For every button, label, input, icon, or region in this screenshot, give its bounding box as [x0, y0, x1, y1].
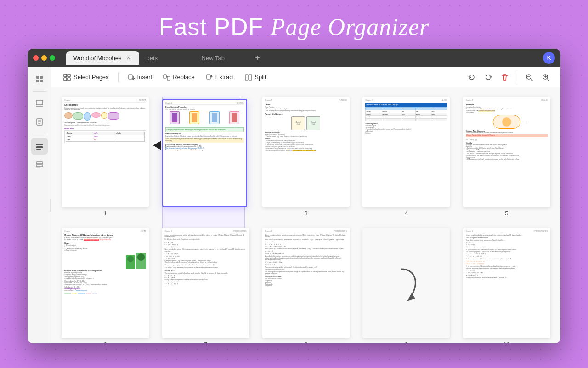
toolbar: Select Pages Insert — [51, 67, 560, 87]
tab-microbes[interactable]: World of Microbes ✕ — [66, 51, 139, 65]
page-thumbnail-3[interactable]: Chapter 3FUNGI006 Yeast Yeast Function: … — [262, 97, 350, 207]
svg-rect-31 — [245, 75, 248, 80]
extract-label: Extract — [215, 74, 234, 80]
note-sidebar-icon[interactable] — [31, 114, 48, 130]
extract-button[interactable]: Extract — [201, 71, 238, 83]
thumbnail-sidebar-icon[interactable] — [31, 95, 48, 112]
page-stack-2[interactable]: Chapter 2SECTION Gram Staining Procedure… — [162, 97, 249, 207]
svg-rect-25 — [167, 76, 170, 80]
app-title-cursive: Page Organizer — [271, 14, 430, 40]
maximize-button[interactable] — [50, 55, 55, 61]
zoom-in-button[interactable] — [538, 70, 553, 85]
page-thumbnail-7[interactable]: Chapter 8PREREQUISITES A more complex se… — [162, 228, 249, 338]
curved-arrow-icon — [388, 260, 424, 306]
page-thumbnail-1[interactable]: Chapter 1SECTION Endospores Endospores a… — [62, 97, 149, 207]
layers-sidebar-icon[interactable] — [31, 138, 48, 155]
delete-button[interactable] — [498, 70, 512, 85]
svg-rect-24 — [164, 75, 166, 78]
page-thumbnail-6[interactable]: Chapter 7CHAP Prion's Disease Of Human I… — [62, 228, 149, 338]
svg-marker-40 — [407, 293, 415, 301]
zoom-out-button[interactable] — [522, 70, 537, 85]
tab-pets[interactable]: pets — [139, 51, 194, 65]
svg-rect-13 — [36, 162, 43, 164]
page-item-2[interactable]: Chapter 2SECTION Gram Staining Procedure… — [159, 97, 252, 217]
svg-rect-10 — [36, 144, 43, 145]
svg-line-35 — [531, 79, 532, 80]
replace-button[interactable]: Replace — [158, 71, 199, 83]
page-item-7[interactable]: Chapter 8PREREQUISITES A more complex se… — [159, 228, 252, 343]
tab-newtab[interactable]: New Tab — [194, 51, 249, 65]
svg-rect-12 — [36, 149, 41, 150]
pages-sidebar-icon[interactable] — [31, 71, 48, 87]
svg-rect-16 — [64, 74, 67, 77]
svg-rect-14 — [36, 165, 43, 167]
select-pages-label: Select Pages — [74, 74, 109, 80]
svg-rect-32 — [249, 75, 252, 80]
split-icon — [245, 74, 252, 81]
svg-rect-1 — [40, 76, 43, 79]
page-thumbnail-5[interactable]: Chapter 4VIRAL86 Viruses Introduction (i… — [463, 97, 550, 207]
rotate-left-button[interactable] — [464, 70, 479, 85]
tab-pets-label: pets — [147, 55, 158, 62]
svg-rect-17 — [68, 74, 70, 77]
insert-icon — [128, 74, 135, 81]
user-avatar[interactable]: K — [543, 52, 555, 64]
page-thumbnail-8[interactable]: Chapter 9PREREQUISITES A more complex mu… — [262, 228, 350, 338]
page-number-1: 1 — [104, 210, 107, 217]
tab-microbes-label: World of Microbes — [74, 55, 122, 62]
toolbar-divider-right — [517, 73, 517, 82]
content-area: Select Pages Insert — [51, 67, 560, 343]
new-tab-button[interactable]: + — [251, 52, 264, 64]
replace-label: Replace — [173, 74, 195, 80]
minimize-button[interactable] — [41, 55, 47, 61]
close-button[interactable] — [33, 55, 39, 61]
select-pages-button[interactable]: Select Pages — [59, 71, 113, 83]
page-item-4[interactable]: Chapter 5ALGO6 Characteristics Of Select… — [360, 97, 452, 217]
toolbar-divider-1 — [118, 73, 119, 82]
sidebar-divider-2 — [33, 134, 46, 134]
svg-rect-2 — [36, 80, 39, 82]
svg-rect-11 — [36, 146, 43, 148]
traffic-lights — [33, 55, 55, 61]
tab-microbes-close[interactable]: ✕ — [125, 55, 132, 61]
insert-label: Insert — [137, 74, 153, 80]
page-item-1[interactable]: Chapter 1SECTION Endospores Endospores a… — [59, 97, 152, 217]
page-number-5: 5 — [505, 210, 508, 217]
app-header: Fast PDF Page Organizer — [0, 0, 588, 49]
page-item-9[interactable]: 9 — [360, 228, 452, 343]
page-stack-main-2[interactable]: Chapter 2SECTION Gram Staining Procedure… — [162, 99, 247, 207]
sidebar-divider-1 — [33, 91, 46, 92]
page-number-3: 3 — [304, 210, 307, 217]
page-thumbnail-9[interactable] — [362, 228, 450, 338]
page-thumbnail-4[interactable]: Chapter 5ALGO6 Characteristics Of Select… — [362, 97, 450, 207]
link-sidebar-icon[interactable] — [31, 156, 48, 173]
split-button[interactable]: Split — [240, 71, 271, 83]
app-title: Fast PDF Page Organizer — [0, 13, 588, 40]
page-item-6[interactable]: Chapter 7CHAP Prion's Disease Of Human I… — [59, 228, 152, 343]
page-thumbnail-10[interactable]: Chapter 9PREREQUISITES In more complex m… — [463, 228, 550, 338]
page-item-8[interactable]: Chapter 9PREREQUISITES A more complex mu… — [260, 228, 352, 343]
tabs-bar: World of Microbes ✕ pets New Tab + — [66, 49, 539, 67]
insert-button[interactable]: Insert — [123, 71, 157, 83]
svg-line-39 — [547, 79, 549, 80]
title-bar: World of Microbes ✕ pets New Tab + K — [28, 49, 560, 67]
app-title-plain: Fast PDF — [159, 13, 264, 40]
page-number-8: 8 — [304, 341, 307, 343]
page-item-5[interactable]: Chapter 4VIRAL86 Viruses Introduction (i… — [460, 97, 553, 217]
svg-rect-27 — [207, 75, 210, 79]
main-content: ‹ Select Pages — [28, 67, 560, 343]
select-pages-icon — [63, 74, 71, 81]
browser-window: World of Microbes ✕ pets New Tab + K — [28, 49, 560, 343]
rotate-right-button[interactable] — [481, 70, 496, 85]
split-label: Split — [254, 74, 266, 80]
page-item-10[interactable]: Chapter 9PREREQUISITES In more complex m… — [460, 228, 553, 343]
svg-rect-0 — [36, 76, 39, 79]
svg-rect-19 — [68, 78, 70, 80]
svg-rect-18 — [64, 78, 67, 80]
svg-rect-4 — [36, 100, 43, 105]
page-number-4: 4 — [405, 210, 408, 217]
extract-icon — [206, 74, 213, 81]
left-sidebar: ‹ — [28, 67, 51, 343]
page-number-10: 10 — [503, 341, 510, 343]
page-item-3[interactable]: Chapter 3FUNGI006 Yeast Yeast Function: … — [260, 97, 352, 217]
